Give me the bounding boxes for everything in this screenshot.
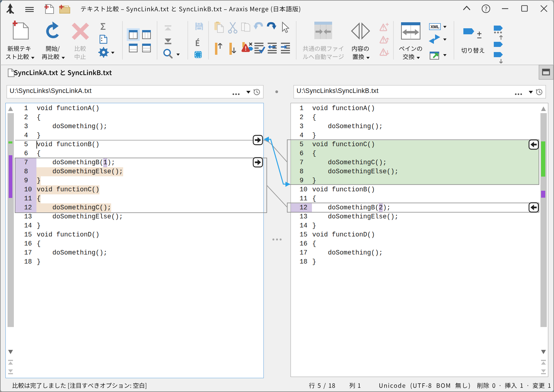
svg-text:XML: XML xyxy=(431,24,440,29)
